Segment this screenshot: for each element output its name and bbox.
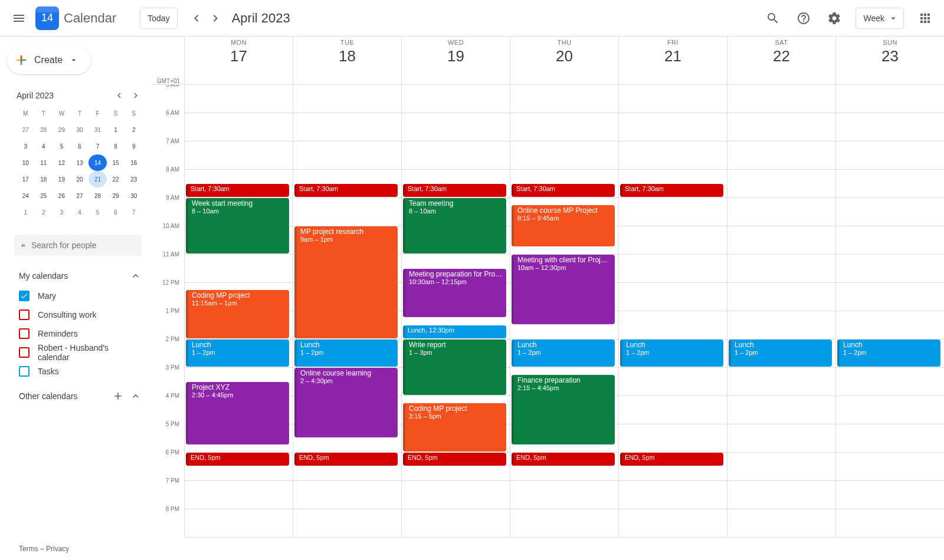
day-header[interactable]: WED19 <box>401 37 510 84</box>
event[interactable]: Week start meeting8 – 10am <box>186 198 289 253</box>
settings-button[interactable] <box>820 4 848 32</box>
calendar-item[interactable]: Robert - Husband's calendar <box>19 343 142 362</box>
calendar-item[interactable]: Mary <box>19 286 142 305</box>
event[interactable]: Finance preparation2:15 – 4:45pm <box>512 375 615 444</box>
day-column[interactable]: Start, 7:30amOnline course MP Project8:1… <box>510 85 618 538</box>
minical-day[interactable]: 8 <box>107 138 125 154</box>
event[interactable]: END, 5pm <box>403 453 506 466</box>
minical-day[interactable]: 19 <box>53 171 71 187</box>
day-column[interactable]: Start, 7:30amMP project research9am – 1p… <box>293 85 401 538</box>
calendar-item[interactable]: Reminders <box>19 324 142 343</box>
minical-day[interactable]: 29 <box>107 187 125 204</box>
event[interactable]: Online course learning2 – 4:30pm <box>294 368 398 437</box>
minical-day[interactable]: 3 <box>53 204 71 220</box>
minical-next-button[interactable] <box>129 88 143 103</box>
minical-day[interactable]: 4 <box>71 204 89 220</box>
event[interactable]: MP project research9am – 1pm <box>294 226 398 338</box>
day-header[interactable]: TUE18 <box>293 37 401 84</box>
people-search[interactable] <box>14 235 142 256</box>
day-column[interactable]: Start, 7:30amLunch1 – 2pmEND, 5pm <box>618 85 727 538</box>
minical-day[interactable]: 17 <box>17 171 35 187</box>
main-menu-button[interactable] <box>5 4 33 32</box>
event[interactable]: Coding MP project3:15 – 5pm <box>403 403 506 452</box>
calendar-item[interactable]: Tasks <box>19 362 142 381</box>
event[interactable]: Lunch1 – 2pm <box>294 340 398 367</box>
minical-day[interactable]: 23 <box>124 171 143 187</box>
calendar-checkbox[interactable] <box>19 328 30 339</box>
minical-day[interactable]: 7 <box>124 204 143 220</box>
minical-day[interactable]: 3 <box>17 138 35 154</box>
today-button[interactable]: Today <box>140 8 177 29</box>
event[interactable]: Lunch1 – 2pm <box>620 340 723 367</box>
plus-icon[interactable] <box>112 390 124 402</box>
day-column[interactable]: Start, 7:30amTeam meeting8 – 10amMeeting… <box>401 85 510 538</box>
minical-day[interactable]: 24 <box>17 187 35 204</box>
event[interactable]: Lunch, 12:30pm <box>403 325 506 338</box>
minical-day[interactable]: 6 <box>71 138 89 154</box>
day-header[interactable]: SUN23 <box>835 37 944 84</box>
next-week-button[interactable] <box>206 9 225 28</box>
my-calendars-toggle[interactable]: My calendars <box>19 265 142 286</box>
event[interactable]: Online course MP Project8:15 – 9:45am <box>512 205 615 246</box>
minical-day[interactable]: 14 <box>88 154 107 171</box>
calendar-checkbox[interactable] <box>19 309 30 320</box>
day-header[interactable]: SAT22 <box>727 37 835 84</box>
minical-day[interactable]: 26 <box>53 187 71 204</box>
event[interactable]: Start, 7:30am <box>403 184 506 197</box>
minical-day[interactable]: 5 <box>53 138 71 154</box>
minical-day[interactable]: 25 <box>35 187 53 204</box>
minical-day[interactable]: 2 <box>35 204 53 220</box>
other-calendars-toggle[interactable]: Other calendars <box>19 386 142 407</box>
event[interactable]: END, 5pm <box>512 453 615 466</box>
event[interactable]: Start, 7:30am <box>186 184 289 197</box>
minical-day[interactable]: 27 <box>71 187 89 204</box>
minical-prev-button[interactable] <box>112 88 126 103</box>
calendar-checkbox[interactable] <box>19 366 30 377</box>
minical-day[interactable]: 10 <box>17 154 35 171</box>
minical-day[interactable]: 31 <box>88 121 107 138</box>
event[interactable]: Lunch1 – 2pm <box>729 340 832 367</box>
minical-day[interactable]: 30 <box>71 121 89 138</box>
calendar-checkbox[interactable] <box>19 291 30 301</box>
calendar-checkbox[interactable] <box>19 347 30 358</box>
event[interactable]: Start, 7:30am <box>294 184 398 197</box>
minical-day[interactable]: 18 <box>35 171 53 187</box>
day-column[interactable]: Lunch1 – 2pm <box>835 85 944 538</box>
minical-day[interactable]: 6 <box>107 204 125 220</box>
event[interactable]: Team meeting8 – 10am <box>403 198 506 253</box>
event[interactable]: END, 5pm <box>186 453 289 466</box>
minical-day[interactable]: 2 <box>124 121 143 138</box>
minical-day[interactable]: 28 <box>88 187 107 204</box>
view-switcher[interactable]: Week <box>856 8 904 29</box>
day-header[interactable]: MON17 <box>184 37 293 84</box>
day-header[interactable]: THU20 <box>510 37 618 84</box>
minical-day[interactable]: 15 <box>107 154 125 171</box>
day-column[interactable]: Start, 7:30amWeek start meeting8 – 10amC… <box>184 85 293 538</box>
people-search-input[interactable] <box>31 241 135 250</box>
event[interactable]: Lunch1 – 2pm <box>512 340 615 367</box>
help-button[interactable] <box>789 4 818 32</box>
minical-day[interactable]: 29 <box>53 121 71 138</box>
day-column[interactable]: Lunch1 – 2pm <box>727 85 835 538</box>
event[interactable]: END, 5pm <box>294 453 398 466</box>
privacy-link[interactable]: Privacy <box>46 545 69 553</box>
event[interactable]: Lunch1 – 2pm <box>186 340 289 367</box>
minical-day[interactable]: 21 <box>88 171 107 187</box>
create-button[interactable]: Create <box>7 46 91 74</box>
minical-day[interactable]: 5 <box>88 204 107 220</box>
minical-day[interactable]: 9 <box>124 138 143 154</box>
minical-day[interactable]: 1 <box>17 204 35 220</box>
event[interactable]: Meeting with client for Project XYZ10am … <box>512 255 615 324</box>
event[interactable]: Meeting preparation for Project XYZ10:30… <box>403 269 506 317</box>
minical-day[interactable]: 13 <box>71 154 89 171</box>
minical-day[interactable]: 28 <box>35 121 53 138</box>
minical-day[interactable]: 30 <box>124 187 143 204</box>
calendar-item[interactable]: Consulting work <box>19 305 142 324</box>
minical-day[interactable]: 1 <box>107 121 125 138</box>
minical-day[interactable]: 7 <box>88 138 107 154</box>
minical-day[interactable]: 12 <box>53 154 71 171</box>
minical-day[interactable]: 4 <box>35 138 53 154</box>
event[interactable]: Write report1 – 3pm <box>403 340 506 395</box>
event[interactable]: END, 5pm <box>620 453 723 466</box>
minical-day[interactable]: 20 <box>71 171 89 187</box>
